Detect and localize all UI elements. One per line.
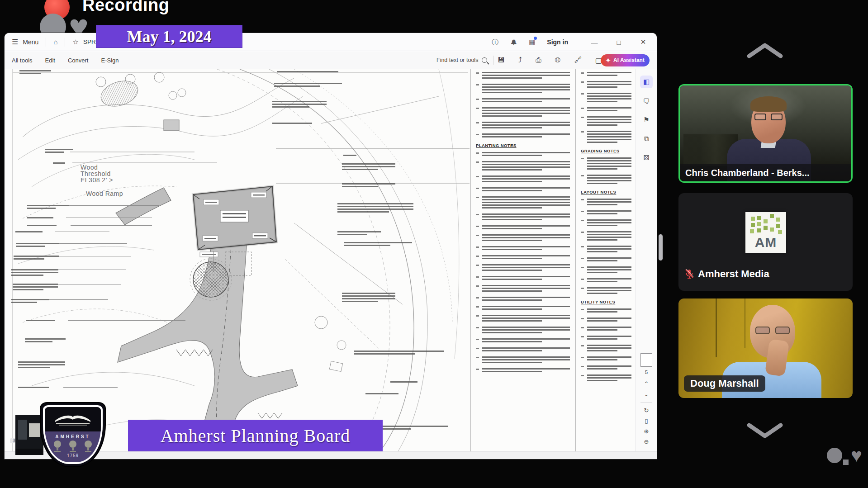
plan-annotation	[274, 83, 342, 88]
note-item	[581, 345, 631, 353]
plan-annotation	[18, 361, 65, 370]
note-item	[581, 356, 631, 362]
share-icon[interactable]: ⤴	[518, 56, 522, 64]
note-item	[581, 231, 631, 242]
zoom-in-icon[interactable]: ⊕	[644, 428, 649, 435]
page-panel-icon[interactable]: ◧	[640, 76, 653, 88]
apps-grid-icon[interactable]: ▦	[529, 38, 535, 46]
edit-tab[interactable]: Edit	[45, 57, 55, 64]
acrobat-toolbar: All tools Edit Convert E-Sign Find text …	[5, 52, 657, 69]
note-item	[581, 336, 631, 341]
note-item	[476, 196, 570, 210]
crest-name: AMHERST	[45, 434, 101, 439]
plan-annotation	[14, 256, 59, 261]
menu-button[interactable]: Menu	[23, 38, 38, 46]
notes-column-2: GRADING NOTESLAYOUT NOTESUTILITY NOTES	[581, 72, 631, 386]
minimize-icon[interactable]: —	[588, 38, 601, 46]
note-item	[581, 308, 631, 314]
close-icon[interactable]: ✕	[637, 38, 650, 46]
web-search-icon[interactable]: 🌐︎	[555, 56, 561, 64]
amherst-crest: AMHERST 1759	[41, 403, 105, 466]
participant-tile-amherst-media[interactable]: AM Amherst Media	[678, 193, 853, 291]
note-item	[581, 278, 631, 284]
sparkle-icon: ✦	[606, 57, 611, 64]
maximize-icon[interactable]: □	[612, 38, 625, 46]
watermark-heart-icon: ♥	[851, 445, 862, 466]
plan-annotation	[342, 163, 395, 171]
meeting-stage: Recording ♥ ♥ ☰ Menu ⌂ ☆ SPR Plan.pdf ⓘ …	[0, 0, 868, 488]
layers-icon[interactable]: ⚄	[640, 152, 653, 164]
note-item	[581, 219, 631, 227]
convert-tab[interactable]: Convert	[68, 57, 89, 64]
page-up-icon[interactable]: ⌃	[644, 380, 649, 387]
notes-section-header: GRADING NOTES	[581, 148, 631, 153]
note-item	[581, 157, 631, 171]
bookmark-icon[interactable]: ⚑	[640, 114, 653, 126]
plan-annotation	[337, 231, 381, 237]
help-icon[interactable]: ⓘ	[492, 38, 498, 47]
note-item	[476, 276, 570, 281]
scroll-participants-up-icon[interactable]	[745, 42, 784, 60]
photo-thumbnail	[15, 415, 43, 455]
plan-annotation	[343, 155, 362, 157]
plan-annotation	[27, 217, 66, 220]
plan-annotation	[18, 387, 63, 389]
refresh-icon[interactable]: ↻	[644, 407, 649, 414]
plan-annotation	[19, 70, 51, 76]
amherst-media-watermark-small: ♥	[827, 448, 862, 465]
amherst-media-logo: AM	[745, 212, 786, 253]
participant-tile-chris[interactable]: Chris Chamberland - Berks...	[678, 84, 853, 183]
note-item	[476, 133, 570, 139]
sign-in-button[interactable]: Sign in	[547, 38, 568, 46]
page-down-icon[interactable]: ⌄	[644, 391, 649, 398]
find-text-control[interactable]: Find text or tools	[436, 56, 497, 65]
plan-annotation	[45, 149, 73, 154]
link-icon[interactable]: 🔗︎	[574, 56, 582, 64]
plan-annotation	[354, 351, 444, 356]
note-item	[476, 225, 570, 231]
notes-column-1: PLANTING NOTES	[476, 72, 570, 377]
notes-section-header: LAYOUT NOTES	[581, 190, 631, 194]
note-item	[581, 317, 631, 323]
divider	[493, 56, 494, 65]
notifications-bell-icon[interactable]: 🔔︎	[510, 38, 517, 46]
page-thumbnail[interactable]	[640, 353, 652, 367]
scrollbar-thumb[interactable]	[659, 234, 663, 261]
note-item	[581, 199, 631, 207]
zoom-out-icon[interactable]: ⊖	[644, 438, 649, 445]
sheet-divider	[470, 69, 471, 451]
note-item	[476, 315, 570, 323]
home-icon[interactable]: ⌂	[53, 38, 57, 46]
save-icon[interactable]: 💾︎	[498, 56, 505, 64]
ai-assistant-button[interactable]: ✦ AI Assistant	[601, 54, 650, 66]
notes-section-header: UTILITY NOTES	[581, 299, 631, 304]
note-item	[476, 255, 570, 261]
copy-pages-icon[interactable]: ⧉	[640, 133, 653, 145]
note-item	[581, 107, 631, 113]
comments-icon[interactable]: 🗨︎	[640, 95, 653, 107]
pdf-page[interactable]: Wood Threshold EL308 2' > Wood Ramp PLAN…	[5, 69, 636, 451]
esign-tab[interactable]: E-Sign	[101, 57, 119, 64]
menu-hamburger-icon[interactable]: ☰	[12, 38, 18, 46]
sheet-divider	[575, 69, 576, 451]
note-item	[476, 107, 570, 118]
plan-annotation	[390, 381, 430, 384]
scroll-participants-down-icon[interactable]	[745, 422, 784, 440]
plan-annotation	[53, 162, 71, 165]
note-item	[476, 306, 570, 311]
export-page-icon[interactable]: ▯	[645, 417, 648, 424]
print-icon[interactable]: ⎙	[536, 56, 541, 64]
watermark-square-icon	[843, 460, 849, 465]
divider	[640, 402, 652, 403]
note-item	[476, 356, 570, 365]
crest-trees-icon	[45, 441, 101, 452]
star-icon[interactable]: ☆	[72, 38, 78, 46]
participant-tile-doug[interactable]: Doug Marshall	[678, 298, 853, 398]
plan-annotation	[11, 299, 49, 304]
note-item	[581, 175, 631, 185]
note-item	[476, 234, 570, 242]
note-item	[476, 187, 570, 193]
note-item	[581, 327, 631, 332]
plan-annotation	[16, 243, 59, 248]
all-tools-tab[interactable]: All tools	[12, 57, 33, 64]
